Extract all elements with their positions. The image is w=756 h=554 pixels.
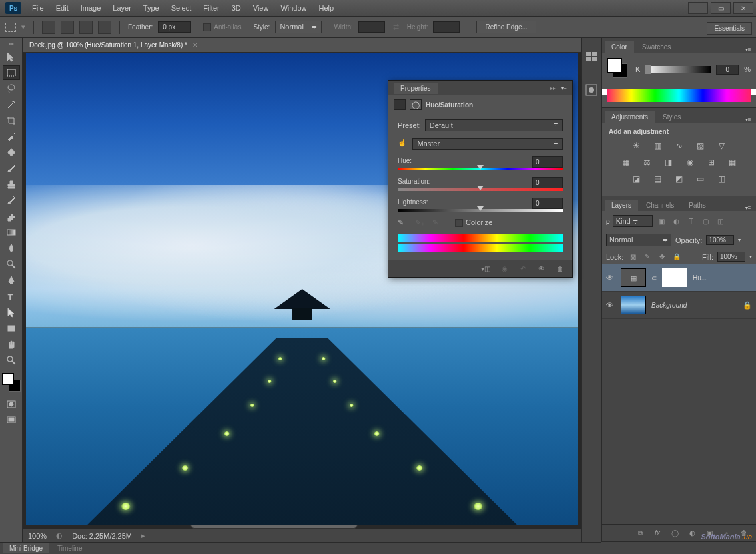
zoom-preview-icon[interactable]: ◐ <box>56 531 63 540</box>
feather-input[interactable] <box>158 21 191 33</box>
height-input[interactable] <box>433 21 460 33</box>
tab-styles[interactable]: Styles <box>656 111 687 123</box>
menu-filter[interactable]: Filter <box>198 2 224 14</box>
tab-swatches[interactable]: Swatches <box>635 41 677 53</box>
menu-file[interactable]: File <box>27 2 49 14</box>
new-adjustment-icon[interactable]: ◐ <box>687 529 697 538</box>
healing-tool[interactable] <box>3 145 20 160</box>
move-tool[interactable] <box>3 49 20 64</box>
blend-mode-select[interactable]: Normal≑ <box>606 234 671 246</box>
brush-tool[interactable] <box>3 161 20 176</box>
layer-fx-icon[interactable]: fx <box>652 529 663 538</box>
layer-background[interactable]: 👁 Background 🔒 <box>602 292 756 319</box>
fill-input[interactable] <box>717 252 745 262</box>
tab-adjustments[interactable]: Adjustments <box>605 111 655 123</box>
invert-icon[interactable]: ◪ <box>631 174 643 184</box>
minimize-button[interactable]: — <box>688 2 708 14</box>
panel-menu-icon[interactable]: ▾≡ <box>743 205 753 211</box>
hue-slider[interactable] <box>398 168 563 170</box>
antialias-checkbox[interactable] <box>203 23 211 31</box>
menu-type[interactable]: Type <box>138 2 165 14</box>
lock-transparency-icon[interactable]: ▩ <box>627 252 638 262</box>
filter-kind-select[interactable]: Kind ≑ <box>613 215 653 227</box>
lock-position-icon[interactable]: ✥ <box>657 252 667 262</box>
new-selection-icon[interactable] <box>42 21 55 34</box>
history-brush-tool[interactable] <box>3 193 20 208</box>
k-value-input[interactable] <box>716 65 739 75</box>
selective-color-icon[interactable]: ◫ <box>716 174 728 184</box>
channel-select[interactable]: Master≑ <box>412 138 563 150</box>
character-panel-icon[interactable] <box>585 83 598 97</box>
layer-hue-saturation[interactable]: 👁 ▦ ⊂ Hu... <box>602 264 756 292</box>
toggle-visibility-icon[interactable]: 👁 <box>536 264 547 274</box>
shape-tool[interactable] <box>3 321 20 336</box>
layer-name[interactable]: Hu... <box>693 274 752 282</box>
filter-pixel-icon[interactable]: ▣ <box>657 216 667 226</box>
menu-help[interactable]: Help <box>314 2 340 14</box>
lock-pixels-icon[interactable]: ✎ <box>642 252 653 262</box>
photo-filter-icon[interactable]: ◉ <box>684 157 696 167</box>
history-panel-icon[interactable] <box>585 50 598 63</box>
zoom-tool[interactable] <box>3 353 20 368</box>
filter-adjustment-icon[interactable]: ◐ <box>671 216 682 226</box>
vibrance-icon[interactable]: ▽ <box>716 140 728 150</box>
tab-timeline[interactable]: Timeline <box>51 543 89 553</box>
adjustment-thumb[interactable]: ▦ <box>621 268 646 287</box>
layer-mask-icon[interactable]: ◯ <box>669 529 680 538</box>
link-layers-icon[interactable]: ⧉ <box>635 529 645 538</box>
marquee-tool[interactable] <box>3 65 20 80</box>
tab-properties[interactable]: Properties <box>394 83 438 94</box>
colorize-checkbox[interactable] <box>455 219 463 227</box>
wand-tool[interactable] <box>3 97 20 112</box>
posterize-icon[interactable]: ▤ <box>652 174 664 184</box>
tab-channels[interactable]: Channels <box>639 200 681 211</box>
tab-mini-bridge[interactable]: Mini Bridge <box>3 543 49 553</box>
tab-paths[interactable]: Paths <box>682 200 713 211</box>
foreground-swatch[interactable] <box>607 58 622 73</box>
lookup-icon[interactable]: ▦ <box>727 157 739 167</box>
saturation-slider[interactable] <box>398 188 563 191</box>
marquee-tool-icon[interactable] <box>5 23 16 32</box>
lightness-input[interactable] <box>532 198 563 209</box>
stat-arrow-icon[interactable]: ▸ <box>141 531 145 540</box>
tab-color[interactable]: Color <box>605 41 634 53</box>
subtract-selection-icon[interactable] <box>79 21 93 34</box>
lock-all-icon[interactable]: 🔒 <box>671 252 682 262</box>
tab-layers[interactable]: Layers <box>605 200 638 211</box>
path-select-tool[interactable] <box>3 305 20 320</box>
pen-tool[interactable] <box>3 273 20 288</box>
zoom-level[interactable]: 100% <box>28 532 47 540</box>
channel-mixer-icon[interactable]: ⊞ <box>705 157 717 167</box>
menu-window[interactable]: Window <box>275 2 312 14</box>
maximize-button[interactable]: ▭ <box>711 2 731 14</box>
filter-shape-icon[interactable]: ▢ <box>701 216 711 226</box>
mask-mode-icon[interactable]: ◯ <box>410 99 422 110</box>
document-title[interactable]: Dock.jpg @ 100% (Hue/Saturation 1, Layer… <box>29 41 187 49</box>
lasso-tool[interactable] <box>3 81 20 96</box>
opacity-input[interactable] <box>706 235 734 245</box>
visibility-icon[interactable]: 👁 <box>606 301 615 309</box>
panel-menu-icon[interactable]: ▾≡ <box>743 47 753 53</box>
quickmask-tool[interactable] <box>3 397 20 412</box>
add-selection-icon[interactable] <box>61 21 74 34</box>
filter-type-icon[interactable]: T <box>686 216 697 226</box>
curves-icon[interactable]: ∿ <box>673 140 685 150</box>
mask-thumb[interactable] <box>662 268 687 287</box>
hue-sat-icon[interactable]: ▦ <box>620 157 632 167</box>
close-button[interactable]: ✕ <box>733 2 753 14</box>
crop-tool[interactable] <box>3 113 20 128</box>
eyedropper-sub-icon[interactable]: ✎₋ <box>432 218 443 229</box>
lightness-slider[interactable] <box>398 209 563 212</box>
workspace-essentials[interactable]: Essentials <box>707 22 752 35</box>
collapse-icon[interactable]: ▸▸ <box>550 85 556 91</box>
view-previous-icon[interactable]: ◉ <box>499 264 510 274</box>
hand-tool[interactable] <box>3 337 20 352</box>
gradient-tool[interactable] <box>3 225 20 240</box>
dodge-tool[interactable] <box>3 257 20 272</box>
bw-icon[interactable]: ◨ <box>663 157 675 167</box>
k-slider[interactable] <box>645 66 711 73</box>
layer-thumb[interactable] <box>621 296 646 314</box>
properties-panel[interactable]: Properties ▸▸ ▾≡ ◯ Hue/Saturation Preset… <box>388 80 573 278</box>
color-balance-icon[interactable]: ⚖ <box>641 157 653 167</box>
levels-icon[interactable]: ▥ <box>652 140 664 150</box>
